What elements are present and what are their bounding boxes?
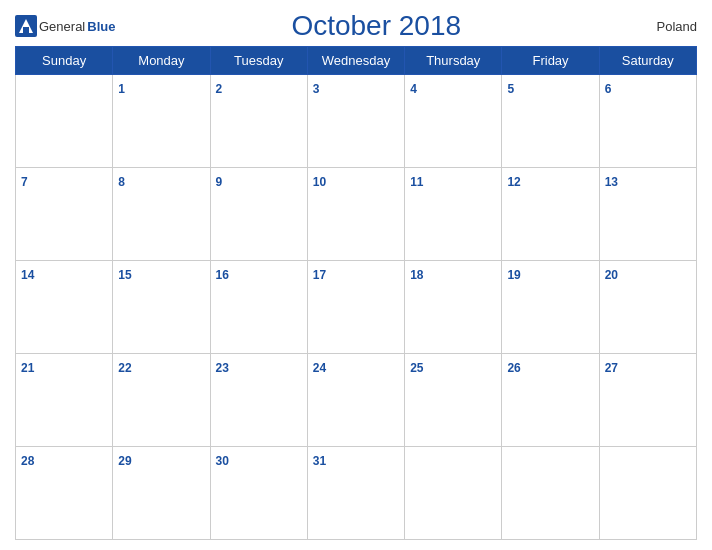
day-header-tuesday: Tuesday	[210, 47, 307, 75]
day-number: 10	[313, 175, 326, 189]
day-number: 27	[605, 361, 618, 375]
calendar-week-row: 78910111213	[16, 168, 697, 261]
calendar-cell: 31	[307, 447, 404, 540]
calendar-cell: 6	[599, 75, 696, 168]
day-header-sunday: Sunday	[16, 47, 113, 75]
calendar-cell	[16, 75, 113, 168]
day-number: 8	[118, 175, 125, 189]
day-number: 22	[118, 361, 131, 375]
day-number: 6	[605, 82, 612, 96]
calendar-week-row: 21222324252627	[16, 354, 697, 447]
day-number: 29	[118, 454, 131, 468]
day-number: 25	[410, 361, 423, 375]
day-number: 26	[507, 361, 520, 375]
calendar-cell: 23	[210, 354, 307, 447]
day-number: 1	[118, 82, 125, 96]
calendar-cell: 17	[307, 261, 404, 354]
calendar-cell: 28	[16, 447, 113, 540]
month-title: October 2018	[115, 10, 637, 42]
day-number: 5	[507, 82, 514, 96]
svg-rect-2	[23, 27, 29, 33]
calendar-cell: 12	[502, 168, 599, 261]
day-number: 11	[410, 175, 423, 189]
calendar-cell: 26	[502, 354, 599, 447]
calendar-cell: 15	[113, 261, 210, 354]
logo-general-text: General	[39, 19, 85, 34]
calendar-cell	[405, 447, 502, 540]
calendar-cell: 22	[113, 354, 210, 447]
day-number: 24	[313, 361, 326, 375]
calendar-cell	[502, 447, 599, 540]
day-number: 14	[21, 268, 34, 282]
calendar-cell: 8	[113, 168, 210, 261]
calendar-cell: 10	[307, 168, 404, 261]
calendar-cell: 27	[599, 354, 696, 447]
day-number: 9	[216, 175, 223, 189]
calendar-cell: 1	[113, 75, 210, 168]
calendar-cell: 29	[113, 447, 210, 540]
logo: General Blue	[15, 15, 115, 37]
day-number: 7	[21, 175, 28, 189]
calendar-header: General Blue October 2018 Poland	[15, 10, 697, 42]
calendar-cell: 19	[502, 261, 599, 354]
calendar-cell: 7	[16, 168, 113, 261]
day-number: 3	[313, 82, 320, 96]
calendar-cell: 5	[502, 75, 599, 168]
day-number: 30	[216, 454, 229, 468]
day-number: 19	[507, 268, 520, 282]
day-number: 2	[216, 82, 223, 96]
day-number: 13	[605, 175, 618, 189]
calendar-cell	[599, 447, 696, 540]
country-label: Poland	[637, 19, 697, 34]
calendar-cell: 24	[307, 354, 404, 447]
calendar-cell: 18	[405, 261, 502, 354]
day-number: 16	[216, 268, 229, 282]
calendar-week-row: 123456	[16, 75, 697, 168]
calendar-cell: 25	[405, 354, 502, 447]
calendar-cell: 9	[210, 168, 307, 261]
day-number: 4	[410, 82, 417, 96]
calendar-cell: 21	[16, 354, 113, 447]
calendar-table: SundayMondayTuesdayWednesdayThursdayFrid…	[15, 46, 697, 540]
calendar-cell: 4	[405, 75, 502, 168]
day-header-wednesday: Wednesday	[307, 47, 404, 75]
day-number: 28	[21, 454, 34, 468]
calendar-cell: 2	[210, 75, 307, 168]
calendar-cell: 20	[599, 261, 696, 354]
calendar-header-row: SundayMondayTuesdayWednesdayThursdayFrid…	[16, 47, 697, 75]
day-number: 23	[216, 361, 229, 375]
calendar-cell: 16	[210, 261, 307, 354]
day-header-friday: Friday	[502, 47, 599, 75]
day-number: 18	[410, 268, 423, 282]
day-number: 15	[118, 268, 131, 282]
calendar-cell: 14	[16, 261, 113, 354]
calendar-cell: 3	[307, 75, 404, 168]
day-header-thursday: Thursday	[405, 47, 502, 75]
day-header-monday: Monday	[113, 47, 210, 75]
day-number: 31	[313, 454, 326, 468]
day-header-saturday: Saturday	[599, 47, 696, 75]
calendar-cell: 30	[210, 447, 307, 540]
day-number: 21	[21, 361, 34, 375]
calendar-cell: 13	[599, 168, 696, 261]
calendar-week-row: 28293031	[16, 447, 697, 540]
day-number: 17	[313, 268, 326, 282]
calendar-week-row: 14151617181920	[16, 261, 697, 354]
logo-blue-text: Blue	[87, 19, 115, 34]
day-number: 12	[507, 175, 520, 189]
logo-icon	[15, 15, 37, 37]
calendar-cell: 11	[405, 168, 502, 261]
day-number: 20	[605, 268, 618, 282]
